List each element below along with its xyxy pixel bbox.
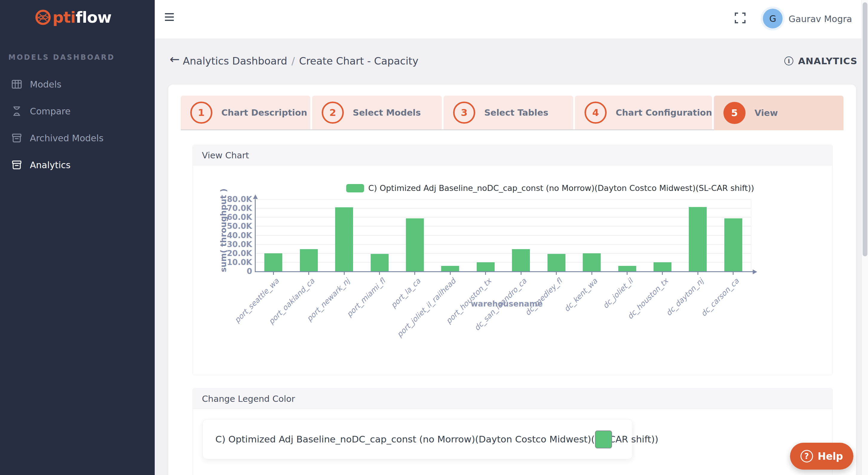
bar bbox=[583, 253, 601, 271]
x-tick-label: dc_joliet_il bbox=[569, 277, 634, 342]
y-tick-label: 60.0K bbox=[210, 212, 252, 222]
step-number: 2 bbox=[322, 101, 344, 124]
sidebar-item-label: Archived Models bbox=[30, 133, 104, 143]
step-label: Select Tables bbox=[484, 108, 549, 118]
scrollbar-thumb[interactable] bbox=[863, 2, 867, 256]
sidebar-item-archived-models[interactable]: Archived Models bbox=[0, 128, 155, 148]
gridline bbox=[256, 244, 751, 245]
step-number: 3 bbox=[453, 101, 475, 124]
sidebar-section-label: MODELS DASHBOARD bbox=[8, 53, 115, 62]
stepper: 1 Chart Description 2 Select Models 3 Se… bbox=[181, 96, 843, 130]
x-tick bbox=[308, 272, 309, 275]
x-tick-label: dc_kent_wa bbox=[534, 277, 599, 342]
change-legend-header: Change Legend Color bbox=[193, 389, 832, 409]
change-legend-section: Change Legend Color C) Optimized Adj Bas… bbox=[193, 388, 833, 475]
x-tick bbox=[698, 272, 699, 275]
x-tick-label: dc_san_leandro_ca bbox=[463, 277, 528, 342]
step-label: Select Models bbox=[353, 108, 421, 118]
step-number: 5 bbox=[723, 102, 746, 124]
archive-icon bbox=[11, 132, 22, 143]
legend-label: C) Optimized Adj Baseline_noDC_cap_const… bbox=[368, 183, 754, 193]
change-legend-body: C) Optimized Adj Baseline_noDC_cap_const… bbox=[193, 409, 832, 475]
step-label: View bbox=[754, 108, 778, 118]
y-axis-line bbox=[255, 199, 256, 272]
bar-chart: C) Optimized Adj Baseline_noDC_cap_const… bbox=[193, 166, 832, 375]
breadcrumb-row: ← Analytics Dashboard/Create Chart - Cap… bbox=[155, 39, 861, 84]
step-tab-chart-configuration[interactable]: 4 Chart Configuration bbox=[575, 96, 712, 129]
step-tab-select-models[interactable]: 2 Select Models bbox=[312, 96, 442, 129]
y-tick-label: 70.0K bbox=[210, 203, 252, 213]
bar bbox=[512, 249, 530, 271]
x-tick bbox=[733, 272, 734, 275]
x-tick bbox=[485, 272, 486, 275]
main-card: 1 Chart Description 2 Select Models 3 Se… bbox=[168, 85, 856, 475]
bar bbox=[300, 249, 318, 271]
x-tick-label: dc_medley_fl bbox=[498, 277, 564, 342]
x-tick bbox=[379, 272, 380, 275]
y-tick-label: 10.0K bbox=[210, 258, 252, 267]
bar bbox=[689, 207, 707, 271]
gridline bbox=[256, 208, 751, 209]
bar bbox=[654, 262, 672, 271]
chevron-down-icon[interactable]: ⌄ bbox=[845, 15, 850, 22]
help-button[interactable]: ? Help bbox=[790, 443, 854, 470]
gridline bbox=[256, 235, 751, 236]
x-tick bbox=[556, 272, 557, 275]
sidebar-item-analytics[interactable]: Analytics bbox=[0, 155, 155, 175]
gridline bbox=[256, 226, 751, 227]
bar bbox=[477, 262, 495, 271]
sidebar-item-models[interactable]: Models bbox=[0, 75, 155, 94]
breadcrumb: Analytics Dashboard/Create Chart - Capac… bbox=[183, 55, 418, 67]
x-tick-label: port_la_ca bbox=[357, 277, 422, 342]
avatar[interactable]: G bbox=[761, 6, 785, 30]
y-tick-label: 80.0K bbox=[210, 195, 252, 204]
grid-icon bbox=[11, 79, 22, 90]
help-button-label: Help bbox=[818, 450, 843, 462]
gridline bbox=[256, 217, 751, 217]
content-area: ← Analytics Dashboard/Create Chart - Cap… bbox=[155, 39, 861, 475]
breadcrumb-current: Create Chart - Capacity bbox=[299, 55, 418, 67]
y-tick-label: 20.0K bbox=[210, 248, 252, 258]
hourglass-icon bbox=[11, 106, 22, 117]
logo-globe-icon bbox=[35, 9, 51, 25]
x-tick bbox=[344, 272, 345, 275]
step-tab-view[interactable]: 5 View bbox=[714, 96, 843, 130]
x-axis-arrow-icon bbox=[753, 269, 757, 274]
x-tick bbox=[450, 272, 451, 275]
step-tab-select-tables[interactable]: 3 Select Tables bbox=[443, 96, 573, 129]
step-tab-chart-description[interactable]: 1 Chart Description bbox=[181, 96, 310, 129]
bar bbox=[548, 254, 565, 271]
sidebar: ptiflow MODELS DASHBOARD Models Compare … bbox=[0, 0, 155, 475]
plot-top-border bbox=[256, 199, 751, 200]
info-icon[interactable]: i bbox=[784, 56, 793, 65]
question-mark-icon: ? bbox=[801, 450, 813, 463]
legend-color-swatch[interactable] bbox=[595, 431, 612, 448]
gridline bbox=[256, 262, 751, 263]
breadcrumb-parent[interactable]: Analytics Dashboard bbox=[183, 55, 287, 67]
user-menu[interactable]: Gaurav Mogra bbox=[788, 14, 852, 24]
sidebar-item-compare[interactable]: Compare bbox=[0, 101, 155, 121]
x-tick bbox=[662, 272, 663, 275]
chart-legend: C) Optimized Adj Baseline_noDC_cap_const… bbox=[346, 183, 754, 193]
hamburger-menu-icon[interactable] bbox=[165, 13, 174, 25]
x-tick-label: dc_carson_ca bbox=[675, 277, 740, 342]
app-logo: ptiflow bbox=[35, 8, 112, 26]
x-axis-line bbox=[255, 271, 753, 272]
y-tick-label: 50.0K bbox=[210, 221, 252, 231]
sidebar-item-label: Compare bbox=[30, 106, 70, 117]
x-tick bbox=[627, 272, 627, 275]
step-label: Chart Description bbox=[221, 108, 307, 118]
x-tick-label: dc_dayton_nj bbox=[640, 277, 705, 342]
y-tick-label: 30.0K bbox=[210, 240, 252, 249]
analytics-flag-label: ANALYTICS bbox=[798, 56, 858, 66]
x-tick-label: port_joliet_il_railhead bbox=[392, 277, 457, 342]
logo-text-orange: pti bbox=[53, 8, 75, 26]
scrollbar-track bbox=[861, 0, 868, 475]
x-tick-label: port_seattle_wa bbox=[215, 277, 280, 342]
x-tick-label: dc_houston_tx bbox=[604, 277, 670, 342]
back-arrow-icon[interactable]: ← bbox=[169, 53, 180, 65]
fullscreen-icon[interactable] bbox=[734, 12, 746, 24]
step-number: 1 bbox=[190, 101, 212, 124]
legend-swatch bbox=[346, 184, 364, 192]
gridline bbox=[256, 253, 751, 254]
